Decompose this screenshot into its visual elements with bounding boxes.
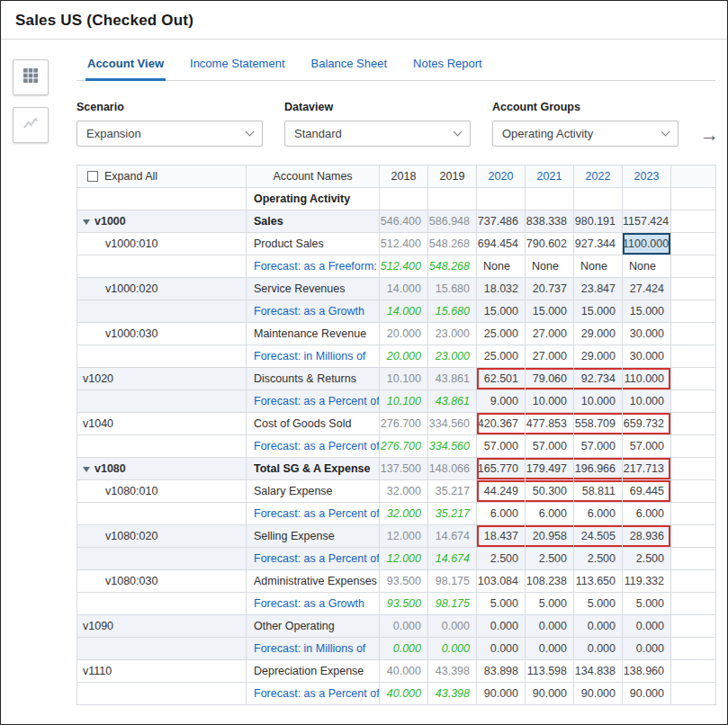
value-cell[interactable]: None — [526, 255, 574, 278]
value-cell[interactable]: 477.853 — [526, 413, 574, 435]
value-cell[interactable]: 43.398 — [428, 683, 477, 705]
value-cell[interactable]: 20.958 — [526, 525, 574, 548]
value-cell[interactable]: 90.000 — [574, 683, 623, 705]
value-cell[interactable]: 18.437 — [477, 525, 526, 548]
value-cell[interactable]: 83.898 — [477, 660, 526, 683]
value-cell[interactable]: 93.500 — [380, 570, 428, 593]
value-cell[interactable]: 0.000 — [623, 615, 671, 638]
value-cell[interactable]: 32.000 — [380, 480, 428, 503]
value-cell[interactable]: 5.000 — [623, 593, 671, 615]
value-cell[interactable]: 548.268 — [428, 255, 477, 278]
value-cell[interactable]: 14.674 — [428, 548, 477, 570]
value-cell[interactable]: 58.811 — [574, 480, 623, 503]
value-cell[interactable]: 1157.424 — [623, 210, 671, 233]
chart-view-button[interactable] — [13, 107, 49, 143]
value-cell[interactable]: 27.000 — [526, 345, 574, 368]
value-cell[interactable]: 28.936 — [623, 525, 671, 548]
value-cell[interactable]: 57.000 — [477, 435, 526, 458]
value-cell[interactable]: 5.000 — [574, 593, 623, 615]
value-cell[interactable]: 43.861 — [428, 368, 477, 390]
value-cell[interactable]: 2.500 — [477, 548, 526, 570]
value-cell[interactable]: 137.500 — [380, 458, 428, 480]
scenario-dropdown[interactable]: Expansion — [76, 121, 263, 147]
value-cell[interactable]: 9.000 — [477, 390, 526, 413]
value-cell[interactable]: 98.175 — [428, 593, 477, 615]
value-cell[interactable]: 40.000 — [380, 660, 428, 683]
value-cell[interactable]: 43.398 — [428, 660, 477, 683]
tab-account-view[interactable]: Account View — [85, 52, 166, 81]
forecast-method-link[interactable]: Forecast: as a Percent of — [247, 435, 380, 458]
value-cell[interactable]: 119.332 — [623, 570, 671, 593]
value-cell[interactable]: 512.400 — [380, 233, 428, 255]
year-header-2023[interactable]: 2023 — [623, 166, 671, 188]
value-cell[interactable]: 0.000 — [526, 615, 574, 638]
forecast-method-link[interactable]: Forecast: in Millions of — [247, 345, 380, 368]
value-cell[interactable]: 334.560 — [428, 435, 477, 458]
value-cell[interactable]: 196.966 — [574, 458, 623, 480]
value-cell[interactable]: 694.454 — [477, 233, 526, 255]
value-cell[interactable]: 10.100 — [380, 368, 428, 390]
value-cell[interactable]: 659.732 — [623, 413, 671, 435]
value-cell[interactable]: 57.000 — [526, 435, 574, 458]
value-cell[interactable]: 0.000 — [574, 615, 623, 638]
value-cell[interactable]: 0.000 — [428, 638, 477, 660]
value-cell[interactable]: 217.713 — [623, 458, 671, 480]
value-cell[interactable]: 134.838 — [574, 660, 623, 683]
value-cell[interactable]: 40.000 — [380, 683, 428, 705]
value-cell[interactable]: 790.602 — [526, 233, 574, 255]
value-cell[interactable]: 90.000 — [477, 683, 526, 705]
value-cell[interactable]: 980.191 — [574, 210, 623, 233]
expand-all-checkbox[interactable] — [87, 171, 98, 182]
value-cell[interactable]: 30.000 — [623, 323, 671, 345]
value-cell[interactable]: 276.700 — [380, 435, 428, 458]
value-cell[interactable]: 24.505 — [574, 525, 623, 548]
value-cell[interactable]: 737.486 — [477, 210, 526, 233]
value-cell[interactable]: 334.560 — [428, 413, 477, 435]
value-cell[interactable]: 57.000 — [623, 435, 671, 458]
forecast-method-link[interactable]: Forecast: as a Growth — [247, 593, 380, 615]
value-cell[interactable]: 15.000 — [477, 300, 526, 323]
value-cell[interactable]: 2.500 — [623, 548, 671, 570]
value-cell[interactable]: 30.000 — [623, 345, 671, 368]
value-cell[interactable]: 138.960 — [623, 660, 671, 683]
value-cell[interactable]: 14.674 — [428, 525, 477, 548]
value-cell[interactable]: 558.709 — [574, 413, 623, 435]
value-cell[interactable]: 179.497 — [526, 458, 574, 480]
value-cell[interactable]: 6.000 — [574, 503, 623, 525]
forecast-method-link[interactable]: Forecast: as a Percent of — [247, 683, 380, 705]
forecast-method-link[interactable]: Forecast: as a Percent of — [247, 548, 380, 570]
value-cell[interactable]: 35.217 — [428, 503, 477, 525]
value-cell[interactable]: 43.861 — [428, 390, 477, 413]
collapse-triangle-icon[interactable] — [83, 467, 90, 472]
value-cell[interactable]: 18.032 — [477, 278, 526, 300]
value-cell[interactable]: 15.680 — [428, 300, 477, 323]
value-cell[interactable]: None — [574, 255, 623, 278]
value-cell[interactable]: 927.344 — [574, 233, 623, 255]
value-cell[interactable]: None — [477, 255, 526, 278]
selected-value-cell[interactable]: 1100.000 — [623, 233, 671, 255]
value-cell[interactable]: 6.000 — [477, 503, 526, 525]
value-cell[interactable]: 6.000 — [526, 503, 574, 525]
value-cell[interactable]: 29.000 — [574, 345, 623, 368]
value-cell[interactable]: 15.000 — [526, 300, 574, 323]
value-cell[interactable]: 0.000 — [380, 615, 428, 638]
value-cell[interactable]: 276.700 — [380, 413, 428, 435]
value-cell[interactable]: 14.000 — [380, 278, 428, 300]
value-cell[interactable]: 62.501 — [477, 368, 526, 390]
value-cell[interactable]: 586.948 — [428, 210, 477, 233]
value-cell[interactable]: 10.000 — [526, 390, 574, 413]
value-cell[interactable]: None — [623, 255, 671, 278]
value-cell[interactable]: 113.650 — [574, 570, 623, 593]
value-cell[interactable]: 27.000 — [526, 323, 574, 345]
value-cell[interactable]: 110.000 — [623, 368, 671, 390]
value-cell[interactable]: 35.217 — [428, 480, 477, 503]
value-cell[interactable]: 0.000 — [380, 638, 428, 660]
account-groups-dropdown[interactable]: Operating Activity — [492, 121, 679, 147]
forecast-method-link[interactable]: Forecast: as a Percent of — [247, 390, 380, 413]
year-header-2020[interactable]: 2020 — [477, 166, 526, 188]
value-cell[interactable]: 50.300 — [526, 480, 574, 503]
value-cell[interactable]: 10.100 — [380, 390, 428, 413]
value-cell[interactable]: 25.000 — [477, 323, 526, 345]
dataview-dropdown[interactable]: Standard — [284, 121, 471, 147]
value-cell[interactable]: 12.000 — [380, 525, 428, 548]
